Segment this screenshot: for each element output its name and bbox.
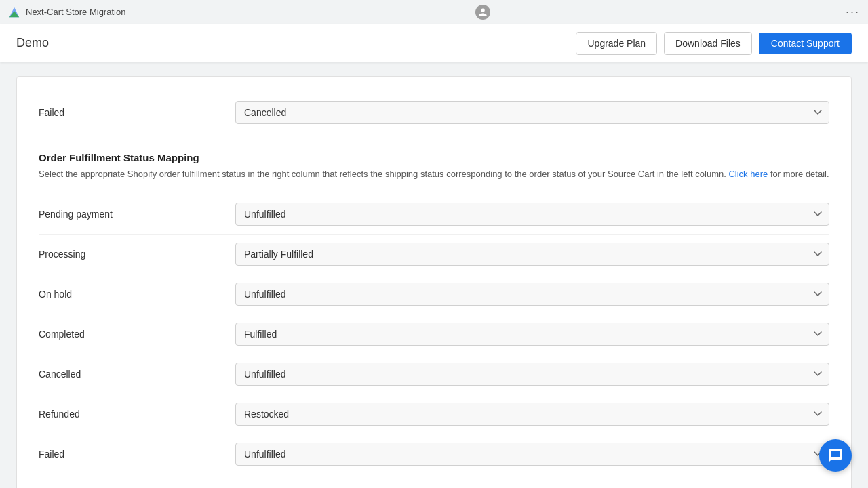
mapping-row-on-hold: On hold Unfulfilled Fulfilled Partially … <box>39 274 829 314</box>
fulfillment-section: Order Fulfillment Status Mapping Select … <box>39 152 829 474</box>
titlebar: Next-Cart Store Migration ··· <box>0 0 868 24</box>
chat-icon <box>827 447 844 464</box>
select-cancelled[interactable]: Unfulfilled Fulfilled Partially Fulfille… <box>235 363 829 386</box>
header: Demo Upgrade Plan Download Files Contact… <box>0 24 868 62</box>
mapping-row-pending-payment: Pending payment Unfulfilled Fulfilled Pa… <box>39 195 829 235</box>
section-desc-text: Select the appropriate Shopify order ful… <box>39 169 726 179</box>
select-processing[interactable]: Unfulfilled Fulfilled Partially Fulfille… <box>235 243 829 266</box>
chat-button[interactable] <box>819 439 852 472</box>
mapping-row-refunded: Refunded Unfulfilled Fulfilled Partially… <box>39 394 829 434</box>
select-failed[interactable]: Unfulfilled Fulfilled Partially Fulfille… <box>235 443 829 466</box>
mapping-row-cancelled: Cancelled Unfulfilled Fulfilled Partiall… <box>39 354 829 394</box>
label-refunded: Refunded <box>39 409 235 420</box>
main-content: Failed Unfulfilled Fulfilled Partially F… <box>0 62 868 488</box>
svg-marker-1 <box>9 11 19 17</box>
select-completed[interactable]: Unfulfilled Fulfilled Partially Fulfille… <box>235 323 829 346</box>
profile-icon[interactable] <box>475 5 490 20</box>
label-failed: Failed <box>39 449 235 460</box>
label-on-hold: On hold <box>39 289 235 300</box>
top-failed-row: Failed Unfulfilled Fulfilled Partially F… <box>39 93 829 138</box>
mapping-card: Failed Unfulfilled Fulfilled Partially F… <box>16 76 852 488</box>
app-icon <box>8 6 20 18</box>
top-failed-select[interactable]: Unfulfilled Fulfilled Partially Fulfille… <box>235 101 829 124</box>
top-failed-select-wrap: Unfulfilled Fulfilled Partially Fulfille… <box>235 101 829 124</box>
mapping-rows: Pending payment Unfulfilled Fulfilled Pa… <box>39 195 829 474</box>
contact-support-button[interactable]: Contact Support <box>759 33 852 54</box>
select-on-hold[interactable]: Unfulfilled Fulfilled Partially Fulfille… <box>235 283 829 306</box>
top-failed-label: Failed <box>39 107 235 118</box>
titlebar-title: Next-Cart Store Migration <box>26 7 125 17</box>
label-cancelled: Cancelled <box>39 369 235 380</box>
mapping-row-processing: Processing Unfulfilled Fulfilled Partial… <box>39 235 829 274</box>
section-desc: Select the appropriate Shopify order ful… <box>39 167 829 181</box>
header-actions: Upgrade Plan Download Files Contact Supp… <box>576 32 852 55</box>
app-name: Demo <box>16 36 49 50</box>
select-pending-payment[interactable]: Unfulfilled Fulfilled Partially Fulfille… <box>235 203 829 226</box>
label-completed: Completed <box>39 329 235 340</box>
section-desc-suffix: for more detail. <box>770 169 829 179</box>
mapping-row-completed: Completed Unfulfilled Fulfilled Partiall… <box>39 314 829 354</box>
titlebar-more[interactable]: ··· <box>846 5 860 19</box>
click-here-link[interactable]: Click here <box>728 169 768 179</box>
select-refunded[interactable]: Unfulfilled Fulfilled Partially Fulfille… <box>235 403 829 426</box>
label-processing: Processing <box>39 249 235 260</box>
mapping-row-failed: Failed Unfulfilled Fulfilled Partially F… <box>39 434 829 474</box>
upgrade-plan-button[interactable]: Upgrade Plan <box>576 32 657 55</box>
download-files-button[interactable]: Download Files <box>664 32 752 55</box>
label-pending-payment: Pending payment <box>39 209 235 220</box>
section-title: Order Fulfillment Status Mapping <box>39 152 829 163</box>
